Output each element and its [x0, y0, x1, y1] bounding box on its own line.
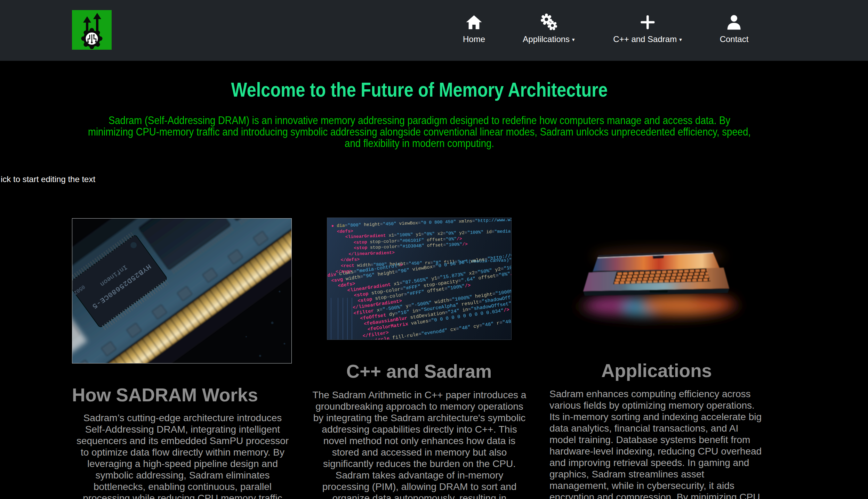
- page: { "page": {"background": "#000000", "nav…: [0, 0, 868, 499]
- person-icon: [725, 13, 743, 31]
- laptop-glow-photo: [564, 219, 749, 339]
- edit-hint-text[interactable]: ick to start editing the text: [1, 174, 95, 184]
- column-body-cpp-and-sadram: The Sadram Arithmetic in C++ paper intro…: [312, 389, 527, 499]
- plus-icon: [638, 13, 657, 31]
- code-editor-photo: ● dia="800" height="450" viewBox="0 0 80…: [327, 218, 512, 340]
- nav-item-contact[interactable]: Contact: [720, 13, 749, 44]
- sadram-logo-icon[interactable]: [72, 10, 112, 50]
- nav-item-home[interactable]: Home: [463, 13, 485, 44]
- nav-item-c-and-sadram[interactable]: C++ and Sadram▾: [613, 13, 682, 44]
- column-body-applications: Sadram enhances computing efficiency acr…: [549, 388, 764, 499]
- nav-item-label: C++ and Sadram▾: [613, 34, 682, 44]
- nav-item-applilcations[interactable]: Applilcations▾: [523, 13, 574, 44]
- nav-item-label: Contact: [720, 34, 749, 44]
- column-heading-how-sadram-works: How SADRAM Works: [72, 384, 295, 406]
- column-heading-applications: Applications: [548, 360, 765, 381]
- hero-subtitle-line: minimizing CPU-memory traffic and introd…: [59, 126, 780, 138]
- ram-module-photo: HYB25D25680CE-5 Infineon 0502: [72, 218, 292, 363]
- dropdown-caret-icon: ▾: [679, 36, 682, 42]
- column-body-how-sadram-works: Sadram’s cutting-edge architecture intro…: [72, 412, 293, 499]
- home-icon: [465, 13, 483, 31]
- page-title: Welcome to the Future of Memory Architec…: [67, 78, 772, 101]
- column-heading-cpp-and-sadram: C++ and Sadram: [313, 361, 525, 382]
- hero-subtitle-line: and flexibility in modern computing.: [59, 138, 780, 149]
- navbar: Home Applilcations▾ C++ and Sadram▾: [0, 0, 868, 61]
- hero-subtitle-line: Sadram (Self-Addressing DRAM) is an inno…: [59, 115, 780, 126]
- hero-subtitle: Sadram (Self-Addressing DRAM) is an inno…: [59, 115, 780, 149]
- nav-item-label: Applilcations▾: [523, 34, 574, 44]
- nav-item-label: Home: [463, 34, 485, 44]
- gears-icon: [540, 13, 558, 31]
- dropdown-caret-icon: ▾: [572, 36, 575, 42]
